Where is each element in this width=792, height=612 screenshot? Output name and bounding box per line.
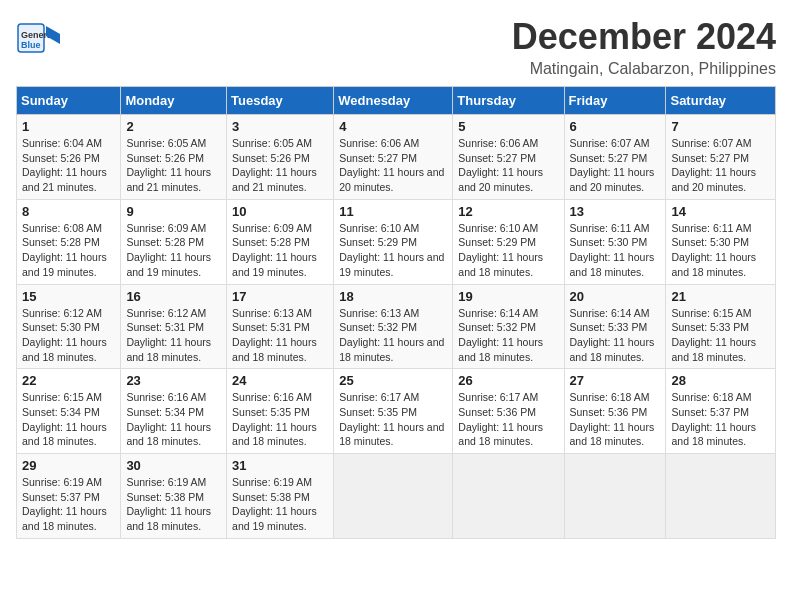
day-cell-14: 14 Sunrise: 6:11 AM Sunset: 5:30 PM Dayl…: [666, 199, 776, 284]
day-cell-11: 11 Sunrise: 6:10 AM Sunset: 5:29 PM Dayl…: [334, 199, 453, 284]
day-info: Sunrise: 6:04 AM Sunset: 5:26 PM Dayligh…: [22, 136, 115, 195]
day-info: Sunrise: 6:12 AM Sunset: 5:30 PM Dayligh…: [22, 306, 115, 365]
day-info: Sunrise: 6:06 AM Sunset: 5:27 PM Dayligh…: [458, 136, 558, 195]
logo-icon: General Blue: [16, 16, 60, 60]
col-thursday: Thursday: [453, 87, 564, 115]
day-info: Sunrise: 6:11 AM Sunset: 5:30 PM Dayligh…: [570, 221, 661, 280]
day-number: 29: [22, 458, 115, 473]
day-info: Sunrise: 6:06 AM Sunset: 5:27 PM Dayligh…: [339, 136, 447, 195]
day-info: Sunrise: 6:10 AM Sunset: 5:29 PM Dayligh…: [339, 221, 447, 280]
day-cell-6: 6 Sunrise: 6:07 AM Sunset: 5:27 PM Dayli…: [564, 115, 666, 200]
day-number: 23: [126, 373, 221, 388]
day-info: Sunrise: 6:19 AM Sunset: 5:38 PM Dayligh…: [232, 475, 328, 534]
day-cell-26: 26 Sunrise: 6:17 AM Sunset: 5:36 PM Dayl…: [453, 369, 564, 454]
col-saturday: Saturday: [666, 87, 776, 115]
day-number: 14: [671, 204, 770, 219]
day-info: Sunrise: 6:19 AM Sunset: 5:38 PM Dayligh…: [126, 475, 221, 534]
day-info: Sunrise: 6:11 AM Sunset: 5:30 PM Dayligh…: [671, 221, 770, 280]
day-info: Sunrise: 6:16 AM Sunset: 5:35 PM Dayligh…: [232, 390, 328, 449]
col-tuesday: Tuesday: [227, 87, 334, 115]
day-cell-30: 30 Sunrise: 6:19 AM Sunset: 5:38 PM Dayl…: [121, 454, 227, 539]
day-cell-7: 7 Sunrise: 6:07 AM Sunset: 5:27 PM Dayli…: [666, 115, 776, 200]
day-cell-15: 15 Sunrise: 6:12 AM Sunset: 5:30 PM Dayl…: [17, 284, 121, 369]
day-cell-21: 21 Sunrise: 6:15 AM Sunset: 5:33 PM Dayl…: [666, 284, 776, 369]
day-number: 11: [339, 204, 447, 219]
empty-cell: [666, 454, 776, 539]
svg-marker-3: [46, 26, 60, 44]
day-info: Sunrise: 6:05 AM Sunset: 5:26 PM Dayligh…: [232, 136, 328, 195]
day-number: 15: [22, 289, 115, 304]
day-number: 27: [570, 373, 661, 388]
day-cell-20: 20 Sunrise: 6:14 AM Sunset: 5:33 PM Dayl…: [564, 284, 666, 369]
day-number: 13: [570, 204, 661, 219]
day-cell-8: 8 Sunrise: 6:08 AM Sunset: 5:28 PM Dayli…: [17, 199, 121, 284]
day-number: 22: [22, 373, 115, 388]
col-sunday: Sunday: [17, 87, 121, 115]
empty-cell: [453, 454, 564, 539]
day-number: 16: [126, 289, 221, 304]
empty-cell: [334, 454, 453, 539]
day-info: Sunrise: 6:15 AM Sunset: 5:34 PM Dayligh…: [22, 390, 115, 449]
day-number: 31: [232, 458, 328, 473]
month-year: December 2024: [512, 16, 776, 58]
day-cell-25: 25 Sunrise: 6:17 AM Sunset: 5:35 PM Dayl…: [334, 369, 453, 454]
header: General Blue December 2024 Matingain, Ca…: [16, 16, 776, 78]
day-number: 6: [570, 119, 661, 134]
col-wednesday: Wednesday: [334, 87, 453, 115]
day-number: 3: [232, 119, 328, 134]
day-cell-28: 28 Sunrise: 6:18 AM Sunset: 5:37 PM Dayl…: [666, 369, 776, 454]
day-info: Sunrise: 6:19 AM Sunset: 5:37 PM Dayligh…: [22, 475, 115, 534]
day-number: 2: [126, 119, 221, 134]
col-monday: Monday: [121, 87, 227, 115]
day-cell-5: 5 Sunrise: 6:06 AM Sunset: 5:27 PM Dayli…: [453, 115, 564, 200]
day-info: Sunrise: 6:13 AM Sunset: 5:31 PM Dayligh…: [232, 306, 328, 365]
day-cell-17: 17 Sunrise: 6:13 AM Sunset: 5:31 PM Dayl…: [227, 284, 334, 369]
day-info: Sunrise: 6:15 AM Sunset: 5:33 PM Dayligh…: [671, 306, 770, 365]
day-cell-2: 2 Sunrise: 6:05 AM Sunset: 5:26 PM Dayli…: [121, 115, 227, 200]
title-block: December 2024 Matingain, Calabarzon, Phi…: [512, 16, 776, 78]
day-number: 30: [126, 458, 221, 473]
day-cell-23: 23 Sunrise: 6:16 AM Sunset: 5:34 PM Dayl…: [121, 369, 227, 454]
calendar-row: 22 Sunrise: 6:15 AM Sunset: 5:34 PM Dayl…: [17, 369, 776, 454]
day-number: 7: [671, 119, 770, 134]
day-cell-10: 10 Sunrise: 6:09 AM Sunset: 5:28 PM Dayl…: [227, 199, 334, 284]
day-cell-29: 29 Sunrise: 6:19 AM Sunset: 5:37 PM Dayl…: [17, 454, 121, 539]
day-cell-4: 4 Sunrise: 6:06 AM Sunset: 5:27 PM Dayli…: [334, 115, 453, 200]
calendar-row: 1 Sunrise: 6:04 AM Sunset: 5:26 PM Dayli…: [17, 115, 776, 200]
day-info: Sunrise: 6:16 AM Sunset: 5:34 PM Dayligh…: [126, 390, 221, 449]
day-info: Sunrise: 6:08 AM Sunset: 5:28 PM Dayligh…: [22, 221, 115, 280]
col-friday: Friday: [564, 87, 666, 115]
day-number: 28: [671, 373, 770, 388]
calendar-row: 29 Sunrise: 6:19 AM Sunset: 5:37 PM Dayl…: [17, 454, 776, 539]
day-cell-3: 3 Sunrise: 6:05 AM Sunset: 5:26 PM Dayli…: [227, 115, 334, 200]
day-info: Sunrise: 6:14 AM Sunset: 5:32 PM Dayligh…: [458, 306, 558, 365]
day-cell-27: 27 Sunrise: 6:18 AM Sunset: 5:36 PM Dayl…: [564, 369, 666, 454]
day-number: 20: [570, 289, 661, 304]
day-number: 24: [232, 373, 328, 388]
day-info: Sunrise: 6:17 AM Sunset: 5:36 PM Dayligh…: [458, 390, 558, 449]
day-cell-9: 9 Sunrise: 6:09 AM Sunset: 5:28 PM Dayli…: [121, 199, 227, 284]
day-info: Sunrise: 6:07 AM Sunset: 5:27 PM Dayligh…: [671, 136, 770, 195]
day-info: Sunrise: 6:18 AM Sunset: 5:36 PM Dayligh…: [570, 390, 661, 449]
empty-cell: [564, 454, 666, 539]
calendar-row: 8 Sunrise: 6:08 AM Sunset: 5:28 PM Dayli…: [17, 199, 776, 284]
day-number: 4: [339, 119, 447, 134]
day-cell-13: 13 Sunrise: 6:11 AM Sunset: 5:30 PM Dayl…: [564, 199, 666, 284]
day-cell-31: 31 Sunrise: 6:19 AM Sunset: 5:38 PM Dayl…: [227, 454, 334, 539]
day-number: 8: [22, 204, 115, 219]
day-number: 9: [126, 204, 221, 219]
logo: General Blue: [16, 16, 60, 60]
day-info: Sunrise: 6:07 AM Sunset: 5:27 PM Dayligh…: [570, 136, 661, 195]
day-info: Sunrise: 6:09 AM Sunset: 5:28 PM Dayligh…: [232, 221, 328, 280]
svg-text:Blue: Blue: [21, 40, 41, 50]
day-number: 10: [232, 204, 328, 219]
day-cell-16: 16 Sunrise: 6:12 AM Sunset: 5:31 PM Dayl…: [121, 284, 227, 369]
day-cell-22: 22 Sunrise: 6:15 AM Sunset: 5:34 PM Dayl…: [17, 369, 121, 454]
day-number: 18: [339, 289, 447, 304]
calendar-table: Sunday Monday Tuesday Wednesday Thursday…: [16, 86, 776, 539]
day-info: Sunrise: 6:14 AM Sunset: 5:33 PM Dayligh…: [570, 306, 661, 365]
day-number: 25: [339, 373, 447, 388]
day-cell-1: 1 Sunrise: 6:04 AM Sunset: 5:26 PM Dayli…: [17, 115, 121, 200]
day-number: 5: [458, 119, 558, 134]
day-number: 21: [671, 289, 770, 304]
